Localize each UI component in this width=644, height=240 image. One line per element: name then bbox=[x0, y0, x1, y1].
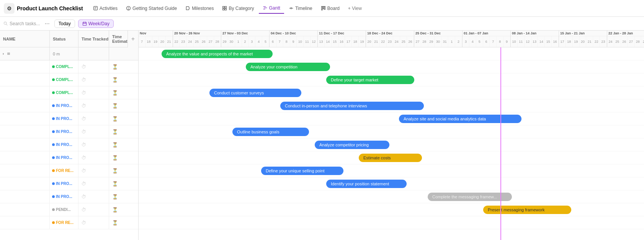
tab-gantt[interactable]: Gantt bbox=[259, 3, 284, 14]
gantt-bar[interactable]: Present messaging framework bbox=[483, 206, 571, 214]
status-text: FOR RE... bbox=[56, 221, 74, 225]
column-headers: NAME Status Time Tracked Time Estimate + bbox=[0, 31, 138, 47]
gantt-bar[interactable]: Analyze the value and prospects of the m… bbox=[162, 50, 273, 58]
task-estimate-cell: ⏳ bbox=[109, 60, 138, 73]
tab-timeline[interactable]: Timeline bbox=[285, 3, 316, 13]
add-col-btn[interactable]: + bbox=[127, 31, 138, 47]
date-group: 11 Dec - 17 Dec13141516171819 bbox=[318, 31, 366, 47]
date-day: 10 bbox=[297, 36, 304, 47]
task-row[interactable]: IN PRO... ⏱ ⏳ bbox=[0, 177, 138, 190]
task-row[interactable]: IN PRO... ⏱ ⏳ bbox=[0, 125, 138, 138]
task-name-cell bbox=[0, 177, 50, 190]
task-status-cell: COMPL... bbox=[50, 60, 78, 73]
more-options-button[interactable]: ··· bbox=[43, 20, 51, 27]
gantt-bar[interactable]: Analyze competitor pricing bbox=[315, 141, 389, 149]
date-day: 21 bbox=[586, 36, 593, 47]
tab-milestones[interactable]: Milestones bbox=[181, 3, 217, 13]
task-name-cell bbox=[0, 73, 50, 86]
clock-icon: ⏱ bbox=[82, 181, 86, 186]
status-text: COMPL... bbox=[56, 65, 73, 69]
task-name-cell bbox=[0, 60, 50, 73]
date-group-label: 15 Jan - 21 Jan bbox=[559, 31, 607, 36]
clock-icon: ⏱ bbox=[82, 64, 86, 70]
svg-rect-8 bbox=[225, 8, 227, 10]
gantt-bar[interactable]: Complete the messaging framew... bbox=[428, 193, 512, 201]
task-row[interactable]: IN PRO... ⏱ ⏳ bbox=[0, 99, 138, 112]
date-day: 3 bbox=[463, 36, 469, 47]
search-placeholder: Search tasks... bbox=[10, 21, 40, 26]
task-row[interactable]: FOR RE... ⏱ ⏳ bbox=[0, 216, 138, 229]
date-day: 25 bbox=[194, 36, 201, 47]
date-day: 24 bbox=[187, 36, 194, 47]
task-row[interactable]: IN PRO... ⏱ ⏳ bbox=[0, 138, 138, 151]
svg-point-4 bbox=[128, 9, 129, 10]
date-day: 4 bbox=[255, 36, 262, 47]
tab-activities[interactable]: Activities bbox=[89, 3, 121, 13]
date-day: 9 bbox=[503, 36, 510, 47]
date-day: 18 bbox=[566, 36, 573, 47]
date-group: 04 Dec - 10 Dec6789101112 bbox=[270, 31, 318, 47]
gantt-bar[interactable]: Conduct customer surveys bbox=[209, 89, 301, 97]
date-day: 3 bbox=[248, 36, 255, 47]
clock-icon: ⏱ bbox=[82, 129, 86, 135]
task-row[interactable]: COMPL... ⏱ ⏳ bbox=[0, 73, 138, 86]
gantt-bar[interactable]: Define your unique selling point bbox=[261, 167, 343, 175]
gantt-bar[interactable]: Identify your position statement bbox=[326, 180, 407, 188]
tab-board[interactable]: Board bbox=[317, 3, 343, 13]
task-tracked-cell: ⏱ bbox=[78, 73, 109, 86]
tab-getting-started[interactable]: Getting Started Guide bbox=[122, 3, 181, 13]
summary-expand[interactable] bbox=[0, 47, 50, 60]
date-day: 22 bbox=[380, 36, 387, 47]
gantt-bar[interactable]: Outline business goals bbox=[232, 128, 309, 136]
date-day: 20 bbox=[366, 36, 373, 47]
svg-rect-15 bbox=[321, 6, 322, 10]
gantt-date-header: Nov71819202120 Nov - 26 Nov2223242526272… bbox=[139, 31, 644, 47]
date-group-label: 22 Jan - 28 Jan bbox=[607, 31, 644, 36]
task-row[interactable]: PENDI... ⏱ ⏳ bbox=[0, 203, 138, 216]
main-area: NAME Status Time Tracked Time Estimate +… bbox=[0, 31, 644, 240]
gantt-bar[interactable]: Analyze your competition bbox=[246, 63, 330, 71]
task-name-cell bbox=[0, 86, 50, 99]
gantt-bar[interactable]: Analyze site and social media analytics … bbox=[399, 115, 521, 123]
task-row[interactable]: IN PRO... ⏱ ⏳ bbox=[0, 151, 138, 164]
task-tracked-cell: ⏱ bbox=[78, 177, 109, 190]
gantt-bar[interactable]: Conduct in-person and telephone intervie… bbox=[280, 102, 424, 110]
today-button[interactable]: Today bbox=[54, 19, 75, 28]
date-group: 25 Dec - 31 Dec272829303112 bbox=[414, 31, 463, 47]
task-row[interactable]: COMPL... ⏱ ⏳ bbox=[0, 86, 138, 99]
date-group-label: Nov bbox=[139, 31, 173, 36]
weekday-button[interactable]: Week/Day bbox=[78, 19, 114, 28]
date-day: 19 bbox=[573, 36, 580, 47]
gantt-bar[interactable]: Estimate costs bbox=[359, 154, 422, 162]
task-tracked-cell: ⏱ bbox=[78, 99, 109, 112]
date-day: 22 bbox=[593, 36, 600, 47]
date-day: 29 bbox=[221, 36, 228, 47]
clock-icon: ⏱ bbox=[82, 90, 86, 96]
date-day: 6 bbox=[483, 36, 490, 47]
date-day: 23 bbox=[180, 36, 187, 47]
board-icon bbox=[321, 6, 326, 11]
task-estimate-cell: ⏳ bbox=[109, 99, 138, 112]
clock-icon: ⏱ bbox=[82, 207, 86, 212]
date-day: 25 bbox=[400, 36, 407, 47]
date-day: 11 bbox=[518, 36, 525, 47]
task-row[interactable]: IN PRO... ⏱ ⏳ bbox=[0, 190, 138, 203]
project-title: Product Launch Checklist bbox=[17, 5, 83, 11]
date-day: 14 bbox=[325, 36, 332, 47]
tab-add-view[interactable]: + View bbox=[344, 3, 366, 13]
date-day: 27 bbox=[207, 36, 214, 47]
summary-tracked bbox=[78, 47, 109, 60]
task-rows: COMPL... ⏱ ⏳ COMPL... ⏱ ⏳ COMPL... ⏱ bbox=[0, 60, 138, 229]
task-row[interactable]: FOR RE... ⏱ ⏳ bbox=[0, 164, 138, 177]
task-row[interactable]: COMPL... ⏱ ⏳ bbox=[0, 60, 138, 73]
gantt-bar[interactable]: Define your target market bbox=[326, 76, 414, 84]
hourglass-icon: ⏳ bbox=[112, 77, 118, 83]
search-box[interactable]: Search tasks... bbox=[3, 21, 40, 26]
date-group: 15 Jan - 21 Jan17181920212223 bbox=[559, 31, 607, 47]
date-day: 30 bbox=[435, 36, 442, 47]
clock-icon: ⏱ bbox=[82, 77, 86, 83]
date-day: 24 bbox=[607, 36, 614, 47]
task-estimate-cell: ⏳ bbox=[109, 86, 138, 99]
task-row[interactable]: IN PRO... ⏱ ⏳ bbox=[0, 112, 138, 125]
tab-by-category[interactable]: By Category bbox=[218, 3, 258, 13]
